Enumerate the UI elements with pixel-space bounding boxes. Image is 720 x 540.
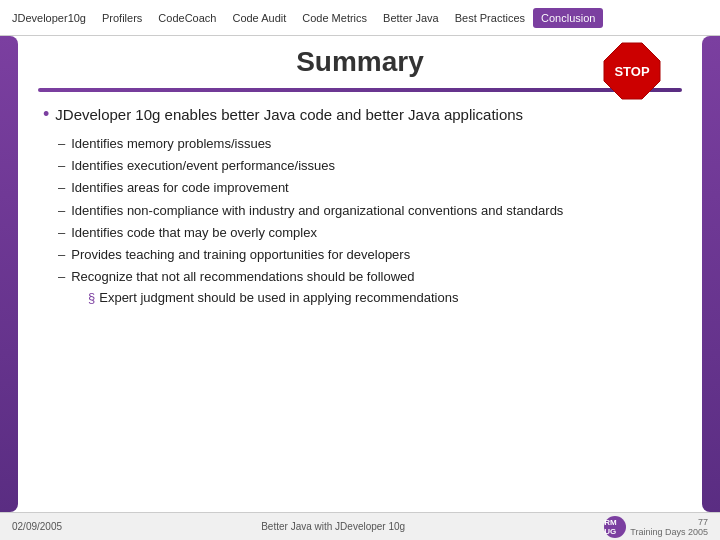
sub-item-text: Identifies code that may be overly compl… xyxy=(71,224,317,242)
summary-header: Summary STOP xyxy=(38,46,682,78)
footer-logo-area: RM UG 77 Training Days 2005 xyxy=(604,516,708,538)
footer-sub-text: Training Days 2005 xyxy=(630,527,708,537)
right-decoration xyxy=(702,36,720,512)
dash-icon: – xyxy=(58,202,65,220)
sub-item: –Identifies execution/event performance/… xyxy=(58,157,682,175)
sub-item: –Identifies memory problems/issues xyxy=(58,135,682,153)
footer-date: 02/09/2005 xyxy=(12,521,62,532)
nav-item-code-metrics[interactable]: Code Metrics xyxy=(294,8,375,28)
sub-sub-bullet: § xyxy=(88,290,95,305)
nav-item-jdeveloper10g[interactable]: JDeveloper10g xyxy=(4,8,94,28)
nav-bar: JDeveloper10gProfilersCodeCoachCode Audi… xyxy=(0,0,720,36)
sub-item-text: Identifies execution/event performance/i… xyxy=(71,157,335,175)
sub-item-text: Provides teaching and training opportuni… xyxy=(71,246,410,264)
divider xyxy=(38,88,682,92)
sub-item-text: Identifies areas for code improvement xyxy=(71,179,289,197)
sub-sub-item: §Expert judgment should be used in apply… xyxy=(88,290,682,305)
sub-item: –Identifies code that may be overly comp… xyxy=(58,224,682,242)
footer-logo: RM UG xyxy=(604,516,626,538)
summary-title: Summary xyxy=(296,46,424,78)
nav-item-profilers[interactable]: Profilers xyxy=(94,8,150,28)
dash-icon: – xyxy=(58,157,65,175)
page-number: 77 xyxy=(630,517,708,527)
logo-text: RM UG xyxy=(604,518,626,536)
stop-sign: STOP xyxy=(602,41,662,101)
dash-icon: – xyxy=(58,224,65,242)
sub-item-text: Recognize that not all recommendations s… xyxy=(71,268,414,286)
main-bullet: • JDeveloper 10g enables better Java cod… xyxy=(38,106,682,125)
sub-sub-text: Expert judgment should be used in applyi… xyxy=(99,290,458,305)
dash-icon: – xyxy=(58,179,65,197)
footer: 02/09/2005 Better Java with JDeveloper 1… xyxy=(0,512,720,540)
dash-icon: – xyxy=(58,246,65,264)
nav-item-code-audit[interactable]: Code Audit xyxy=(224,8,294,28)
sub-item-text: Identifies non-compliance with industry … xyxy=(71,202,563,220)
bullet-icon: • xyxy=(43,104,49,125)
main-content: Summary STOP • JDeveloper 10g enables be… xyxy=(18,36,702,512)
sub-item: –Identifies areas for code improvement xyxy=(58,179,682,197)
sub-item-text: Identifies memory problems/issues xyxy=(71,135,271,153)
sub-item: –Identifies non-compliance with industry… xyxy=(58,202,682,220)
main-bullet-text: JDeveloper 10g enables better Java code … xyxy=(55,106,523,123)
dash-icon: – xyxy=(58,135,65,153)
nav-item-codecoach[interactable]: CodeCoach xyxy=(150,8,224,28)
sub-item: –Recognize that not all recommendations … xyxy=(58,268,682,286)
svg-text:STOP: STOP xyxy=(614,64,649,79)
left-decoration xyxy=(0,36,18,512)
sub-item: –Provides teaching and training opportun… xyxy=(58,246,682,264)
footer-center: Better Java with JDeveloper 10g xyxy=(261,521,405,532)
nav-item-better-java[interactable]: Better Java xyxy=(375,8,447,28)
sub-items-list: –Identifies memory problems/issues–Ident… xyxy=(58,135,682,305)
nav-item-conclusion[interactable]: Conclusion xyxy=(533,8,603,28)
nav-item-best-practices[interactable]: Best Practices xyxy=(447,8,533,28)
footer-right-text: 77 Training Days 2005 xyxy=(630,517,708,537)
dash-icon: – xyxy=(58,268,65,286)
